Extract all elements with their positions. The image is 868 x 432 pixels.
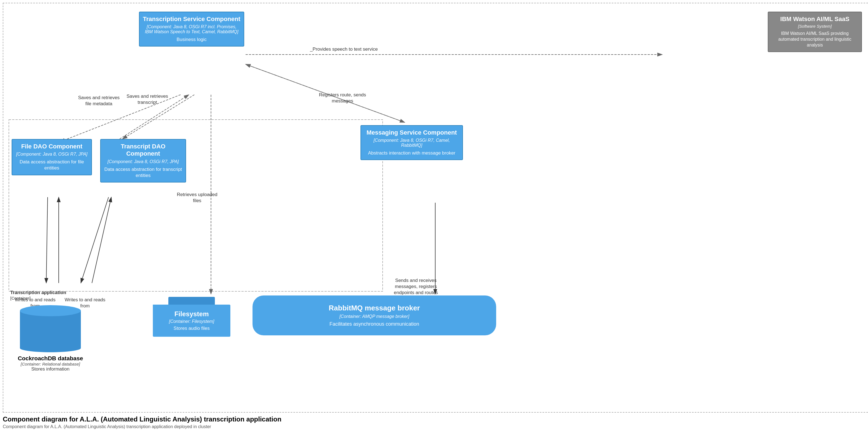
caption-subtitle: Component diagram for A.L.A. (Automated … [3,424,281,429]
folder-tab [168,297,215,305]
transcript-dao-desc: Data access abstraction for transcript e… [103,166,183,179]
ibm-watson-title: IBM Watson AI/ML SaaS [772,16,858,23]
retrieves-files-label: Retrieves uploaded files [175,192,219,204]
cockroachdb-box: CockroachDB database [Container: Relatio… [12,305,89,372]
transcription-service-box: Transcription Service Component [Compone… [139,12,244,47]
saves-file-metadata-label: Saves and retrieves file metadata [75,95,122,107]
folder-body: Filesystem [Container: Filesystem] Store… [153,305,230,337]
caption-title: Component diagram for A.L.A. (Automated … [3,415,281,423]
caption: Component diagram for A.L.A. (Automated … [3,415,281,429]
messaging-service-tech: [Component: Java 8, OSGi R7, Camel, Rabb… [364,138,460,148]
arrows-svg [3,3,868,412]
transcription-service-desc: Business logic [142,36,241,43]
filesystem-desc: Stores audio files [157,326,226,331]
ibm-watson-desc: IBM Watson AI/ML SaaS providing automate… [772,31,858,48]
messaging-service-title: Messaging Service Component [364,129,460,136]
svg-line-11 [92,197,111,283]
container-name: Transcription application [10,290,66,295]
file-dao-box: File DAO Component [Component: Java 8, O… [12,139,92,175]
messaging-service-desc: Abstracts interaction with message broke… [364,150,460,156]
ibm-watson-tech: [Software System] [772,24,858,29]
rabbitmq-title: RabbitMQ message broker [266,304,482,312]
svg-line-10 [81,197,108,283]
ibm-watson-box: IBM Watson AI/ML SaaS [Software System] … [768,12,862,52]
transcription-service-tech: [Component: Java 8, OSGi R7 incl. Promis… [142,24,241,34]
saves-transcript-label: Saves and retrieves transcript [125,93,169,105]
filesystem-box: Filesystem [Container: Filesystem] Store… [153,297,230,337]
provides-speech-label: _Provides speech to text service [308,46,380,52]
svg-line-8 [46,197,48,283]
transcription-service-title: Transcription Service Component [142,16,241,23]
file-dao-title: File DAO Component [15,143,89,150]
file-dao-desc: Data access abstraction for file entitie… [15,159,89,171]
diagram-container: Transcription Service Component [Compone… [3,3,868,412]
file-dao-tech: [Component: Java 8, OSGi R7, JPA] [15,152,89,157]
cockroachdb-tech: [Container: Relational database] [12,362,89,366]
cockroachdb-desc: Stores information [12,366,89,372]
filesystem-tech: [Container: Filesystem] [157,319,226,324]
cockroachdb-title: CockroachDB database [12,355,89,362]
filesystem-title: Filesystem [157,310,226,318]
transcript-dao-title: Transcript DAO Component [103,143,183,158]
registers-route-label: Registers route, sends messages [313,92,372,104]
transcript-dao-box: Transcript DAO Component [Component: Jav… [100,139,186,183]
rabbitmq-desc: Facilitates asynchronous communication [266,321,482,327]
transcript-dao-tech: [Component: Java 8, OSGi R7, JPA] [103,159,183,164]
messaging-service-box: Messaging Service Component [Component: … [361,125,463,160]
rabbitmq-tech: [Container: AMQP message broker] [266,314,482,319]
rabbitmq-box: RabbitMQ message broker [Container: AMQP… [252,296,496,335]
sends-receives-label: Sends and receives messages, registers e… [388,277,443,296]
